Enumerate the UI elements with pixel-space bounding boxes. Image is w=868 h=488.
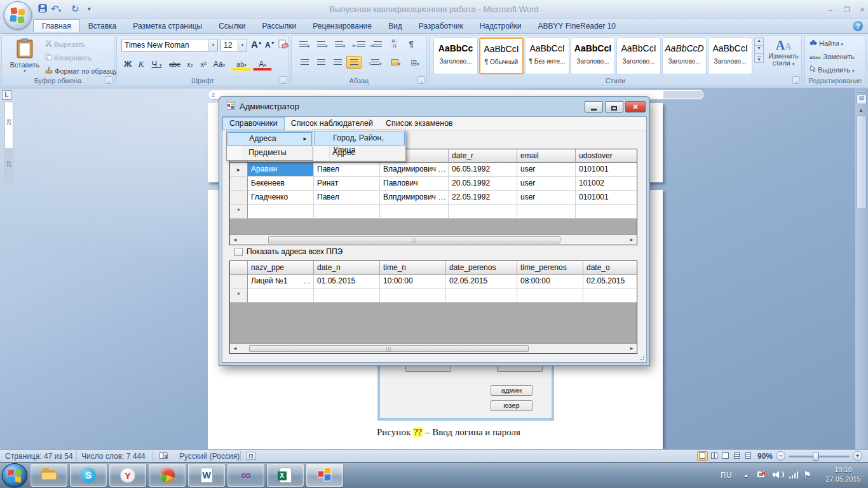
view-web-layout-button[interactable] — [720, 451, 731, 461]
align-center-button[interactable] — [313, 56, 329, 69]
cell-udostover[interactable]: 0101001 — [576, 191, 637, 205]
font-size-combo[interactable]: 12▾ — [220, 39, 247, 51]
column-header-nazv-ppe[interactable]: nazv_ppe — [248, 261, 314, 274]
tray-clock[interactable]: 19:10 27.05.2015 — [821, 465, 865, 484]
dialog-minimize-button[interactable] — [585, 101, 603, 112]
underline-button[interactable]: Ч ▾ — [148, 57, 165, 71]
taskbar-word-button[interactable]: W — [188, 464, 225, 487]
style-card[interactable]: AaBbCcIЗаголово... — [571, 37, 615, 74]
language-indicator[interactable]: Русский (Россия) — [179, 452, 240, 461]
empty-cell[interactable] — [314, 288, 380, 302]
view-draft-button[interactable] — [743, 451, 754, 461]
font-name-combo[interactable]: Times New Roman▾ — [121, 39, 218, 51]
justify-button[interactable] — [346, 56, 362, 69]
menu-spravochniki[interactable]: Справочники — [222, 117, 285, 130]
scrollbar-thumb[interactable]: ||| — [249, 345, 529, 352]
qat-customize-icon[interactable]: ▾ — [88, 3, 91, 15]
exams-grid[interactable]: nazv_ppe date_n time_n date_perenos time… — [229, 261, 637, 354]
cut-button[interactable]: Вырезать — [45, 39, 85, 50]
column-header-time-n[interactable]: time_n — [380, 261, 446, 274]
empty-cell[interactable] — [517, 288, 583, 302]
tab-abbyy[interactable]: ABBYY FineReader 10 — [530, 19, 625, 33]
strikethrough-button[interactable]: abc — [166, 57, 183, 71]
office-button[interactable] — [4, 1, 32, 29]
taskbar-admin-app-button[interactable] — [306, 464, 343, 487]
menu-item-predmety[interactable]: Предметы — [227, 146, 312, 160]
zoom-out-button[interactable]: – — [776, 451, 785, 461]
decrease-indent-button[interactable]: ⇤ — [351, 38, 367, 51]
cell-patronymic[interactable]: Владимирович... — [380, 163, 449, 177]
change-styles-button[interactable]: AA Изменить стили ▾ — [767, 38, 800, 67]
bullets-button[interactable]: ▾ — [297, 38, 312, 51]
taskbar-ball-app-button[interactable] — [149, 464, 186, 487]
styles-gallery-scroll[interactable]: ▲ ▼ —▼ — [754, 37, 764, 63]
redo-button[interactable]: ↻ — [71, 3, 79, 15]
italic-button[interactable]: К — [135, 57, 147, 71]
align-left-button[interactable] — [297, 56, 312, 69]
empty-cell[interactable] — [380, 288, 446, 302]
empty-cell[interactable] — [449, 205, 517, 219]
column-header-date-n[interactable]: date_n — [314, 261, 380, 274]
empty-cell[interactable] — [446, 288, 517, 302]
taskbar-explorer-button[interactable] — [31, 464, 67, 487]
cell-name[interactable]: Павел — [314, 191, 380, 205]
bold-button[interactable]: Ж — [121, 57, 134, 71]
clear-formatting-button[interactable] — [278, 39, 288, 51]
cell-date-r[interactable]: 20.05.1992 — [449, 177, 517, 191]
tab-selector-button[interactable]: L — [2, 90, 11, 100]
empty-cell[interactable] — [576, 205, 637, 219]
grid1-hscrollbar[interactable]: ◄ ||| ► — [230, 234, 637, 245]
cell-time-perenos[interactable]: 08:00:00 — [517, 274, 583, 288]
tab-vstavka[interactable]: Вставка — [80, 19, 125, 33]
observers-grid[interactable]: date_r email udostover ► Аравин Павел Вл… — [229, 149, 637, 245]
paste-button[interactable]: Вставить ▾ — [8, 38, 41, 78]
tab-recenzirovanie[interactable]: Рецензирование — [304, 19, 380, 33]
macro-record-icon[interactable] — [247, 452, 255, 460]
empty-cell[interactable] — [583, 288, 637, 302]
undo-button[interactable]: ↶▾ — [51, 3, 61, 15]
styles-launcher-icon[interactable]: ⌟ — [792, 76, 800, 84]
cell-surname[interactable]: Бекенеев — [248, 177, 314, 191]
cell-email[interactable]: user — [517, 163, 576, 177]
start-button[interactable] — [2, 463, 27, 487]
find-button[interactable]: Найти ▾ — [810, 37, 843, 49]
cell-udostover[interactable]: 101002 — [576, 177, 637, 191]
maximize-button[interactable]: ❐ — [840, 5, 854, 15]
ruler-toggle-button[interactable]: ▤ — [857, 94, 867, 104]
increase-indent-button[interactable]: ⇥ — [368, 38, 383, 51]
help-icon[interactable]: ? — [853, 21, 863, 31]
style-card[interactable]: AaBbCcDЗаголово... — [662, 37, 707, 74]
shading-button[interactable]: ▾ — [387, 56, 405, 69]
empty-cell[interactable] — [248, 205, 314, 219]
column-header-date-o[interactable]: date_o — [583, 261, 637, 274]
vertical-scrollbar[interactable]: ▤ ▲ — [855, 88, 868, 449]
scrollbar-thumb[interactable]: ||| — [268, 236, 560, 243]
empty-cell[interactable] — [248, 288, 314, 302]
clipboard-launcher-icon[interactable]: ⌟ — [105, 76, 112, 84]
scroll-up-icon[interactable]: ▲ — [858, 107, 864, 113]
multilevel-list-button[interactable]: ▾ — [332, 38, 348, 51]
font-launcher-icon[interactable]: ⌟ — [280, 76, 287, 84]
tab-razrabotchik[interactable]: Разработчик — [410, 19, 471, 33]
minimize-button[interactable]: – — [824, 5, 837, 15]
font-color-button[interactable]: А▾ — [253, 57, 272, 71]
resize-grip[interactable] — [643, 359, 644, 360]
taskbar-visualstudio-button[interactable]: ∞ — [227, 464, 264, 487]
view-fullscreen-reading-button[interactable] — [709, 451, 719, 461]
cell-patronymic[interactable]: Влпдимирович... — [380, 191, 449, 205]
style-card[interactable]: AaBbCcI¶ Без инте... — [525, 37, 569, 74]
menu-exams[interactable]: Список экзаменов — [379, 117, 459, 130]
cell-surname[interactable]: Гладченко — [248, 191, 314, 205]
zoom-level[interactable]: 90% — [757, 452, 773, 461]
format-painter-button[interactable]: Формат по образцу — [45, 65, 118, 77]
menu-item-adres[interactable]: Адрес — [314, 146, 405, 160]
cell-date-r[interactable]: 06.05.1992 — [449, 163, 517, 177]
style-card[interactable]: AaBbCcIЗаголово... — [708, 37, 752, 74]
tray-action-center-icon[interactable]: ⚑ — [803, 470, 811, 480]
select-button[interactable]: Выделить ▾ — [810, 64, 854, 76]
tab-glavnaya[interactable]: Главная — [33, 19, 80, 32]
cell-time-n[interactable]: 10:00:00 — [380, 274, 446, 288]
show-all-ppe-checkbox[interactable] — [234, 248, 243, 256]
cell-email[interactable]: user — [517, 177, 576, 191]
superscript-button[interactable]: x² — [197, 57, 210, 71]
